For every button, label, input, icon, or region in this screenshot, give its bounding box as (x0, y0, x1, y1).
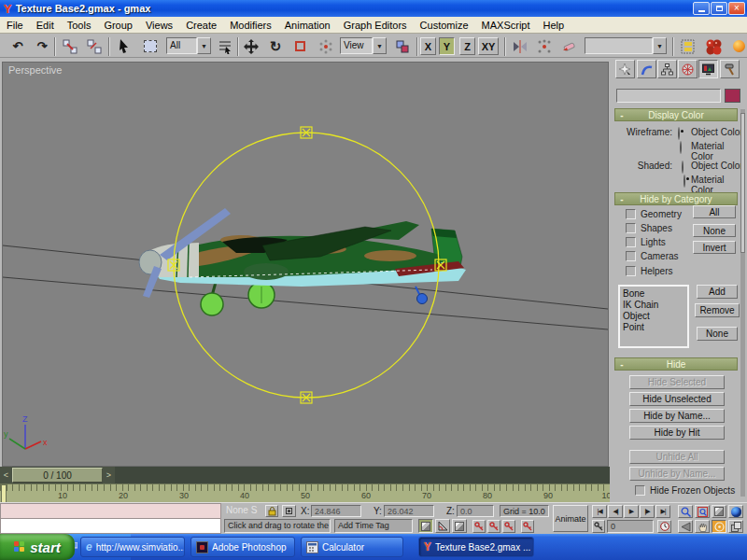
min-max-toggle-button[interactable] (728, 520, 743, 533)
minimize-button[interactable] (693, 2, 710, 15)
field-of-view-button[interactable] (678, 520, 693, 533)
render-button[interactable] (730, 37, 747, 55)
y-coordinate-field[interactable]: 26.042 (384, 505, 434, 517)
tab-modify[interactable] (637, 60, 656, 78)
task-calculator[interactable]: Calculator (301, 537, 403, 557)
rollout-display-color[interactable]: - Display Color (614, 108, 738, 121)
menu-help[interactable]: Help (537, 18, 571, 33)
checkbox-hide-frozen[interactable] (635, 485, 645, 496)
restrict-y-button[interactable]: Y (439, 37, 455, 55)
snap-toggle-button[interactable] (418, 519, 433, 533)
list-add-button[interactable]: Add (697, 285, 738, 299)
dropdown-arrow-icon[interactable]: ▼ (197, 37, 211, 54)
x-coordinate-field[interactable]: 24.846 (311, 505, 361, 517)
go-to-end-button[interactable]: ▶| (655, 505, 670, 518)
maxscript-listener-white[interactable] (0, 519, 221, 534)
zoom-all-button[interactable] (695, 505, 710, 518)
hide-selected-button[interactable]: Hide Selected (629, 375, 725, 389)
go-to-start-button[interactable]: |◀ (592, 505, 607, 518)
angle-snap-button[interactable] (435, 519, 450, 533)
use-pivot-center-button[interactable] (392, 37, 413, 55)
list-item[interactable]: Point (623, 322, 684, 333)
arc-rotate-button[interactable] (712, 520, 726, 533)
task-gmax[interactable]: Y Texture Base2.gmax ... (418, 537, 534, 557)
menu-animation[interactable]: Animation (278, 18, 337, 33)
tab-display[interactable] (698, 60, 718, 78)
menu-group[interactable]: Group (97, 18, 139, 33)
add-time-tag[interactable]: Add Time Tag (334, 519, 413, 533)
task-internet-explorer[interactable]: e http://www.simviatio... (80, 537, 185, 557)
track-view-button[interactable] (678, 37, 697, 55)
panel-scrollbar[interactable] (740, 109, 745, 497)
menu-views[interactable]: Views (139, 18, 179, 33)
category-invert-button[interactable]: Invert (693, 241, 736, 254)
rollout-hide-by-category[interactable]: - Hide by Category (614, 192, 738, 205)
perspective-viewport[interactable]: Perspective (2, 62, 609, 467)
menu-customize[interactable]: Customize (414, 18, 475, 33)
list-none-button[interactable]: None (697, 327, 738, 341)
category-none-button[interactable]: None (693, 224, 736, 237)
unlink-selection-icon[interactable] (84, 37, 105, 55)
start-button[interactable]: start (0, 534, 75, 560)
zoom-button[interactable] (678, 505, 693, 518)
radio-shaded-object-color[interactable] (682, 161, 684, 174)
unhide-by-name-button[interactable]: Unhide by Name... (629, 467, 725, 481)
menu-modifiers[interactable]: Modifiers (223, 18, 278, 33)
menu-create[interactable]: Create (179, 18, 223, 33)
select-and-rotate-button[interactable]: ↻ (265, 37, 286, 55)
pan-button[interactable] (695, 520, 710, 533)
checkbox-helpers[interactable] (626, 266, 636, 276)
radio-wireframe-object-color[interactable] (678, 127, 680, 140)
panel-scrollbar-thumb[interactable] (740, 113, 745, 253)
absolute-offset-toggle[interactable] (282, 505, 296, 517)
list-remove-button[interactable]: Remove (695, 303, 740, 317)
task-adobe-photoshop[interactable]: Adobe Photoshop (190, 537, 295, 557)
time-slider-thumb[interactable]: 0 / 100 (12, 468, 103, 483)
select-and-link-icon[interactable] (60, 37, 80, 55)
current-frame-marker[interactable] (1, 484, 7, 502)
checkbox-cameras[interactable] (626, 251, 636, 261)
restrict-x-button[interactable]: X (420, 37, 436, 55)
tab-hierarchy[interactable] (657, 60, 677, 78)
key-filter-button[interactable] (472, 520, 486, 533)
key-filter-button[interactable] (521, 520, 534, 533)
array-button[interactable] (534, 37, 555, 55)
selection-filter-combo[interactable]: All ▼ (166, 37, 211, 54)
select-and-manipulate-button[interactable] (316, 37, 336, 55)
selection-lock-button[interactable] (265, 505, 278, 517)
close-button[interactable]: × (728, 2, 745, 15)
select-region-button[interactable] (138, 37, 162, 55)
play-button[interactable]: ▶ (624, 505, 639, 518)
menu-graph-editors[interactable]: Graph Editors (337, 18, 414, 33)
next-frame-button[interactable]: |▶ (640, 505, 655, 518)
viewport-canvas[interactable]: Z x y (3, 63, 608, 466)
radio-wireframe-material-color[interactable] (680, 141, 682, 154)
rollout-hide[interactable]: - Hide (614, 357, 738, 371)
list-item[interactable]: Bone (623, 288, 684, 300)
zoom-extents-all-button[interactable] (728, 505, 743, 518)
key-filter-button[interactable] (502, 520, 515, 533)
select-and-move-button[interactable] (241, 37, 261, 55)
previous-frame-button[interactable]: ◀| (608, 505, 623, 518)
dropdown-arrow-icon[interactable]: ▼ (373, 37, 387, 54)
zoom-extents-button[interactable] (712, 505, 726, 518)
select-object-button[interactable] (114, 37, 134, 55)
hide-unselected-button[interactable]: Hide Unselected (629, 392, 725, 406)
checkbox-shapes[interactable] (626, 223, 636, 233)
time-configuration-button[interactable] (657, 520, 671, 533)
menu-maxscript[interactable]: MAXScript (475, 18, 537, 33)
restore-button[interactable] (711, 2, 727, 15)
radio-shaded-material-color[interactable] (684, 175, 685, 188)
menu-file[interactable]: File (0, 18, 30, 33)
hide-by-name-button[interactable]: Hide by Name... (629, 409, 725, 423)
animate-button[interactable]: Animate (553, 505, 588, 532)
object-color-swatch[interactable] (725, 89, 740, 103)
undo-button[interactable]: ↶ (7, 37, 28, 55)
menu-tools[interactable]: Tools (61, 18, 98, 33)
z-coordinate-field[interactable]: 0.0 (457, 505, 494, 517)
tab-motion[interactable] (678, 60, 698, 78)
checkbox-geometry[interactable] (626, 209, 636, 219)
maxscript-listener-pink[interactable] (0, 503, 221, 519)
tab-utilities[interactable] (720, 60, 740, 78)
unhide-all-button[interactable]: Unhide All (629, 450, 725, 464)
